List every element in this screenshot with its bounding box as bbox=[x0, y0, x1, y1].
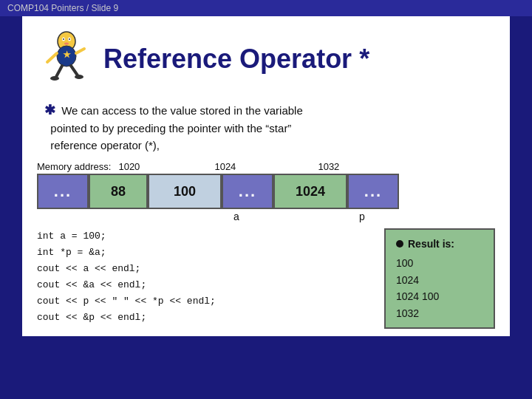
code-line-6: cout << &p << endl; bbox=[37, 310, 369, 326]
result-value-3: 1024 100 bbox=[396, 288, 483, 304]
content-area: ★ Reference Operator * ✱ We can access t… bbox=[22, 16, 510, 336]
code-block: int a = 100; int *p = &a; cout << a << e… bbox=[37, 228, 369, 329]
var-label-a: a bbox=[200, 211, 273, 222]
slide: COMP104 Pointers / Slide 9 bbox=[0, 0, 532, 399]
title-row: ★ Reference Operator * bbox=[37, 24, 495, 95]
addr-1024: 1024 bbox=[214, 161, 288, 172]
slide-info: COMP104 Pointers / Slide 9 bbox=[7, 3, 118, 13]
desc-line2: pointed to by preceding the pointer with… bbox=[50, 122, 291, 134]
description: ✱ We can access to the value stored in t… bbox=[37, 100, 495, 154]
result-box: Result is: 100 1024 1024 100 1032 bbox=[384, 228, 495, 329]
memory-row: ... 88 100 ... 1024 ... bbox=[37, 174, 495, 209]
var-label-p: p bbox=[325, 211, 399, 222]
mem-cell-dots-right: ... bbox=[347, 174, 399, 209]
code-line-1: int a = 100; bbox=[37, 228, 369, 245]
top-bar: COMP104 Pointers / Slide 9 bbox=[0, 0, 532, 16]
svg-text:★: ★ bbox=[63, 50, 71, 60]
code-line-2: int *p = &a; bbox=[37, 245, 369, 261]
result-value-1: 100 bbox=[396, 255, 483, 271]
result-value-4: 1032 bbox=[396, 305, 483, 321]
svg-point-12 bbox=[75, 75, 83, 79]
svg-line-9 bbox=[56, 66, 62, 77]
svg-point-4 bbox=[69, 38, 70, 40]
code-line-5: cout << p << " " << *p << endl; bbox=[37, 293, 369, 310]
svg-point-5 bbox=[64, 43, 69, 45]
result-title: Result is: bbox=[396, 236, 483, 252]
mem-cell-100: 100 bbox=[148, 174, 222, 209]
addr-1032: 1032 bbox=[318, 161, 339, 172]
slide-title: Reference Operator * bbox=[103, 44, 369, 75]
svg-point-3 bbox=[63, 38, 64, 40]
bottom-section: int a = 100; int *p = &a; cout << a << e… bbox=[37, 228, 495, 329]
svg-point-11 bbox=[50, 76, 59, 81]
bullet-icon: ✱ bbox=[44, 103, 55, 117]
svg-line-10 bbox=[71, 66, 78, 75]
desc-line1: We can access to the value stored in the… bbox=[61, 104, 303, 117]
svg-line-7 bbox=[47, 53, 57, 62]
mem-cell-1024: 1024 bbox=[273, 174, 347, 209]
desc-line3: reference operator (*), bbox=[50, 139, 160, 151]
mascot-icon: ★ bbox=[37, 30, 96, 89]
var-labels: a p bbox=[37, 211, 495, 222]
memory-section: Memory address: 1020 1024 1032 ... 88 10… bbox=[37, 161, 495, 222]
mem-cell-dots-left: ... bbox=[37, 174, 89, 209]
svg-line-8 bbox=[76, 49, 84, 53]
code-line-3: cout << a << endl; bbox=[37, 261, 369, 277]
result-bullet bbox=[396, 240, 403, 248]
memory-label: Memory address: bbox=[37, 161, 111, 172]
addr-1020: 1020 bbox=[118, 161, 214, 172]
result-title-text: Result is: bbox=[408, 236, 454, 252]
result-value-2: 1024 bbox=[396, 272, 483, 288]
mem-cell-dots-mid: ... bbox=[222, 174, 273, 209]
mem-cell-88: 88 bbox=[89, 174, 148, 209]
memory-address-row: Memory address: 1020 1024 1032 bbox=[37, 161, 495, 172]
code-line-4: cout << &a << endl; bbox=[37, 277, 369, 293]
